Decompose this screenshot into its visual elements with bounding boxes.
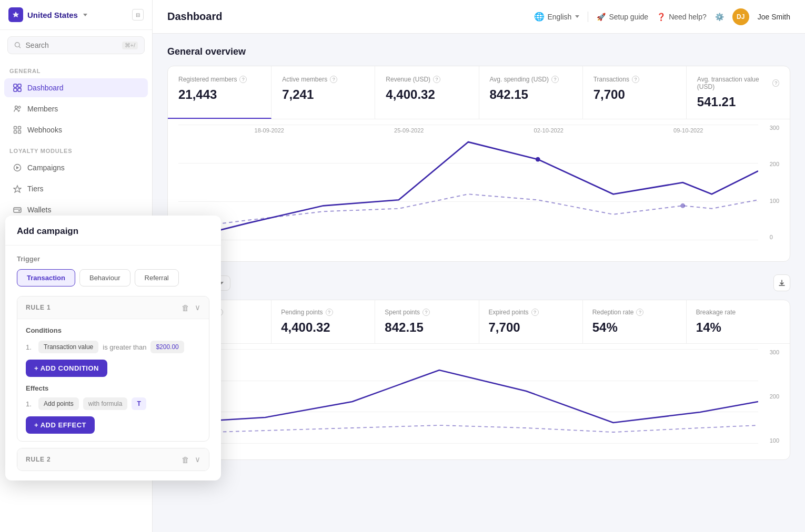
sidebar-label-members: Members — [27, 105, 58, 113]
wallet-stat-spent-points: Spent points ? 842.15 — [375, 300, 479, 343]
effects-label: Effects — [26, 384, 200, 392]
wallet-value-4: 54% — [592, 320, 677, 335]
avatar[interactable]: DJ — [732, 8, 749, 25]
language-selector[interactable]: 🌐 English — [534, 12, 579, 22]
trigger-behaviour-button[interactable]: Behaviour — [79, 269, 130, 287]
svg-rect-10 — [18, 131, 21, 134]
effect-action-1[interactable]: Add points — [38, 397, 79, 410]
topbar-divider — [588, 12, 588, 22]
brand-logo[interactable]: United States — [8, 7, 87, 22]
rule-1-delete-icon[interactable]: 🗑 — [182, 303, 189, 312]
wallet-info-1[interactable]: ? — [326, 309, 333, 316]
need-help-button[interactable]: ❓ Need help? — [657, 13, 707, 21]
sidebar-item-members[interactable]: Members — [4, 99, 148, 118]
y-label-200: 200 — [770, 161, 779, 167]
info-icon-5[interactable]: ? — [772, 79, 779, 87]
rule-2-header: RULE 2 🗑 ∨ — [17, 448, 209, 470]
sidebar-item-dashboard[interactable]: Dashboard — [4, 78, 148, 97]
svg-rect-14 — [18, 210, 20, 211]
info-icon-2[interactable]: ? — [433, 76, 440, 83]
members-icon — [13, 104, 22, 114]
stat-label-3: Avg. spending (USD) ? — [490, 76, 572, 83]
stat-active-members[interactable]: Active members ? 7,241 — [271, 66, 375, 119]
wallet-value-2: 842.15 — [385, 320, 469, 335]
add-condition-button[interactable]: + ADD CONDITION — [26, 360, 107, 377]
add-campaign-modal: Add campaign Trigger Transaction Behavio… — [5, 216, 221, 480]
sidebar-label-wallets: Wallets — [27, 206, 51, 214]
sidebar-item-tiers[interactable]: Tiers — [4, 179, 148, 198]
condition-field-1[interactable]: Transaction value — [38, 341, 98, 353]
info-icon-0[interactable]: ? — [239, 76, 247, 83]
wallet-value-3: 7,700 — [489, 320, 573, 335]
search-container: ⌘+/ — [7, 36, 145, 54]
rule-1-section: RULE 1 🗑 ∨ Conditions 1. Transaction val… — [17, 296, 209, 442]
condition-value-1[interactable]: $200.00 — [150, 341, 184, 353]
search-shortcut: ⌘+/ — [122, 42, 138, 49]
nav-general-label: GENERAL — [0, 60, 152, 77]
search-input[interactable] — [26, 41, 118, 49]
chart-svg — [178, 125, 758, 252]
download-button[interactable] — [773, 274, 790, 291]
effect-formula-1[interactable]: T — [132, 397, 146, 410]
rule-2-delete-icon[interactable]: 🗑 — [182, 455, 189, 464]
sidebar-item-webhooks[interactable]: Webhooks — [4, 120, 148, 139]
wallet-info-4[interactable]: ? — [636, 309, 643, 316]
stat-avg-spending[interactable]: Avg. spending (USD) ? 842.15 — [479, 66, 583, 119]
stat-label-2: Revenue (USD) ? — [386, 76, 468, 83]
tiers-icon — [13, 184, 22, 193]
stat-avg-transaction-value[interactable]: Avg. transaction value (USD) ? 541.21 — [687, 66, 790, 119]
brand-icon — [8, 7, 23, 22]
topbar: Dashboard 🌐 English 🚀 Setup guide ❓ Need… — [153, 0, 805, 34]
stat-transactions[interactable]: Transactions ? 7,700 — [583, 66, 687, 119]
stats-card: Registered members ? 21,443 Active membe… — [167, 66, 790, 262]
svg-rect-2 — [18, 84, 21, 87]
settings-button[interactable]: ⚙️ — [715, 13, 724, 21]
stat-registered-members[interactable]: Registered members ? 21,443 — [168, 66, 271, 119]
svg-point-6 — [18, 106, 21, 108]
add-condition-label: + ADD CONDITION — [34, 364, 99, 372]
sidebar-collapse-button[interactable]: ⊟ — [132, 9, 144, 21]
add-effect-label: + ADD EFFECT — [34, 421, 86, 429]
setup-guide-button[interactable]: 🚀 Setup guide — [597, 13, 648, 21]
info-icon-4[interactable]: ? — [632, 76, 639, 83]
stat-value-2: 4,400.32 — [386, 87, 468, 102]
trigger-referral-button[interactable]: Referral — [135, 269, 179, 287]
wallet-info-3[interactable]: ? — [531, 309, 539, 316]
setup-guide-icon: 🚀 — [597, 13, 606, 21]
info-icon-3[interactable]: ? — [551, 76, 559, 83]
wallet-value-1: 4,400.32 — [281, 320, 365, 335]
rule-1-body: Conditions 1. Transaction value is great… — [17, 319, 209, 441]
rule-2-title: RULE 2 — [26, 456, 51, 463]
modal-body: Trigger Transaction Behaviour Referral R… — [5, 245, 221, 480]
svg-point-16 — [536, 157, 540, 162]
info-icon-1[interactable]: ? — [330, 76, 337, 83]
page-title: Dashboard — [167, 11, 524, 23]
svg-rect-1 — [14, 84, 17, 87]
svg-point-5 — [15, 106, 18, 109]
stat-label-1: Active members ? — [282, 76, 364, 83]
wallets-icon — [13, 205, 22, 214]
stat-revenue[interactable]: Revenue (USD) ? 4,400.32 — [375, 66, 479, 119]
modal-title: Add campaign — [17, 226, 209, 237]
trigger-transaction-button[interactable]: Transaction — [17, 269, 75, 287]
rule-2-collapse-icon[interactable]: ∨ — [195, 455, 200, 464]
wallet-stat-breakage-rate: Breakage rate 14% — [687, 300, 790, 343]
wallet-y-200: 200 — [770, 393, 779, 400]
sidebar-label-tiers: Tiers — [27, 185, 44, 193]
rule-1-collapse-icon[interactable]: ∨ — [195, 303, 200, 312]
webhooks-icon — [13, 125, 22, 135]
wallet-chart: 300 200 100 — [168, 344, 790, 459]
general-overview-title: General overview — [167, 46, 790, 57]
setup-guide-label: Setup guide — [609, 13, 648, 21]
sidebar-item-campaigns[interactable]: Campaigns — [4, 158, 148, 177]
rule-1-header: RULE 1 🗑 ∨ — [17, 296, 209, 319]
stat-label-4: Transactions ? — [593, 76, 676, 83]
settings-icon: ⚙️ — [715, 13, 724, 21]
sidebar-header: United States ⊟ — [0, 0, 152, 30]
add-effect-button[interactable]: + ADD EFFECT — [26, 416, 95, 434]
wallet-info-2[interactable]: ? — [422, 309, 430, 316]
wallet-stat-pending-points: Pending points ? 4,400.32 — [271, 300, 375, 343]
effect-row-1: 1. Add points with formula T — [26, 397, 200, 410]
wallet-stat-redemption-rate: Redeption rate ? 54% — [583, 300, 687, 343]
svg-rect-8 — [18, 127, 21, 129]
